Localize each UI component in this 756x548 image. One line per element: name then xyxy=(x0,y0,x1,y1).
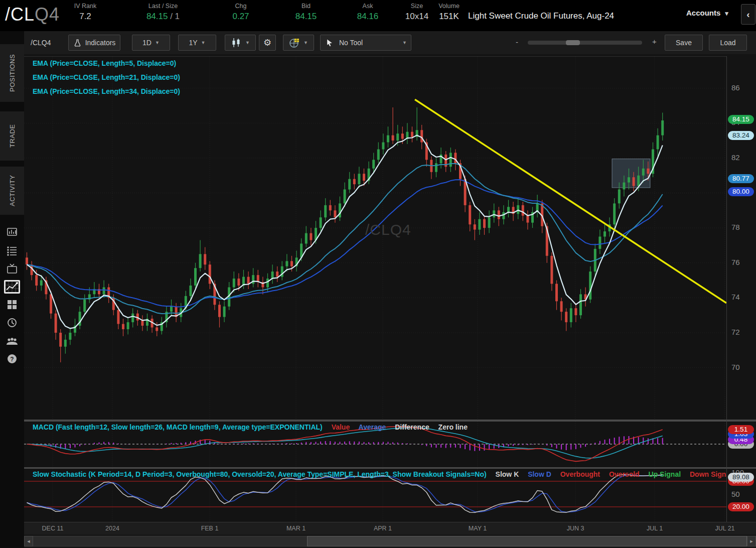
grid-icon[interactable] xyxy=(0,296,24,314)
trading-platform: /CLQ4 IV Rank 7.2 Last / Size 84.15 / 1 … xyxy=(0,0,756,548)
ema21-label[interactable]: EMA (Price=CLOSE, Length=21, Displace=0) xyxy=(33,73,180,87)
macd-value-label: Value xyxy=(332,423,350,431)
scroll-right-arrow-icon[interactable]: ▸ xyxy=(747,536,756,546)
stat-value: 0.27 xyxy=(232,12,249,21)
up-signal-label: Up Signal xyxy=(649,470,681,478)
sidebar-tab-trade[interactable]: TRADE xyxy=(0,111,24,161)
globe-grid-icon xyxy=(289,38,300,48)
macd-legend: MACD (Fast length=12, Slow length=26, MA… xyxy=(33,423,726,431)
time-axis[interactable]: DEC 112024FEB 1MAR 1APR 1MAY 1JUN 3JUL 1… xyxy=(24,522,756,534)
ema5-label[interactable]: EMA (Price=CLOSE, Length=5, Displace=0) xyxy=(33,59,180,73)
stat-label: Ask xyxy=(338,3,398,10)
main-price-panel[interactable]: EMA (Price=CLOSE, Length=5, Displace=0) … xyxy=(24,56,726,420)
overbought-label: Overbought xyxy=(560,470,600,478)
stat-value: 84.15 xyxy=(295,12,317,21)
tv-icon[interactable] xyxy=(0,259,24,278)
stat-ask: Ask 84.16 xyxy=(338,3,398,22)
left-sidebar: POSITIONS TRADE ACTIVITY xyxy=(0,31,24,548)
chart-area: /CLQ4 Indicators 1D▼ 1Y▼ ▼ ⚙ ▼ No xyxy=(24,31,756,548)
stat-value: 10x14 xyxy=(405,12,428,21)
watchlist-icon[interactable] xyxy=(0,241,24,259)
grid-layout-dropdown[interactable]: ▼ xyxy=(283,35,314,51)
stochastic-panel[interactable]: Slow Stochastic (K Period=14, D Period=3… xyxy=(24,469,726,522)
chevron-down-icon: ▼ xyxy=(201,40,206,45)
community-icon[interactable] xyxy=(0,332,24,350)
candlestick-chart-canvas[interactable] xyxy=(24,57,726,422)
chevron-down-icon: ▼ xyxy=(304,40,308,45)
slow-d-label: Slow D xyxy=(528,470,551,478)
active-tool-highlight xyxy=(4,280,20,294)
stochastic-legend: Slow Stochastic (K Period=14, D Period=3… xyxy=(33,470,726,478)
stat-value: 84.16 xyxy=(357,12,379,21)
indicators-button[interactable]: Indicators xyxy=(68,35,120,51)
accounts-menu[interactable]: Accounts▾ xyxy=(686,9,728,17)
contract-title: Light Sweet Crude Oil Futures, Aug-24 xyxy=(468,11,614,21)
gear-icon: ⚙ xyxy=(263,37,271,48)
range-dropdown[interactable]: 1Y▼ xyxy=(178,35,216,51)
scroll-left-arrow-icon[interactable]: ◂ xyxy=(24,536,33,546)
down-signal-label: Down Signal xyxy=(690,470,726,478)
macd-average-label: Average xyxy=(359,423,386,431)
load-button[interactable]: Load xyxy=(709,35,747,51)
stat-iv-rank: IV Rank 7.2 xyxy=(55,3,115,22)
stat-label: Bid xyxy=(276,3,336,10)
symbol-watermark: /CLQ4 xyxy=(365,221,411,238)
chart-toolbar: /CLQ4 Indicators 1D▼ 1Y▼ ▼ ⚙ ▼ No xyxy=(24,31,756,54)
macd-study-label[interactable]: MACD (Fast length=12, Slow length=26, MA… xyxy=(33,423,323,431)
save-button[interactable]: Save xyxy=(665,35,703,51)
oversold-label: Oversold xyxy=(609,470,640,478)
beaker-icon xyxy=(73,39,82,47)
macd-panel[interactable]: MACD (Fast length=12, Slow length=26, MA… xyxy=(24,422,726,467)
drawing-tool-dropdown[interactable]: No Tool ▼ xyxy=(320,35,411,51)
toolbar-symbol: /CLQ4 xyxy=(31,39,51,47)
chart-hscrollbar: ◂ ▸ xyxy=(24,534,756,548)
price-axis[interactable]: 86848280787674727084.1583.2480.7780.000.… xyxy=(726,56,756,522)
stat-value: 7.2 xyxy=(79,12,91,21)
symbol-root: /CL xyxy=(5,4,35,25)
ema-study-labels: EMA (Price=CLOSE, Length=5, Displace=0) … xyxy=(33,59,180,101)
ema34-label[interactable]: EMA (Price=CLOSE, Length=34, Displace=0) xyxy=(33,87,180,101)
help-icon[interactable]: ? xyxy=(0,350,24,368)
top-bar: /CLQ4 IV Rank 7.2 Last / Size 84.15 / 1 … xyxy=(0,0,756,31)
collapse-panel-button[interactable]: ‹ xyxy=(741,4,755,25)
chevron-down-icon: ▼ xyxy=(402,40,407,45)
chart-settings-button[interactable]: ⚙ xyxy=(259,35,276,51)
macd-zeroline-label: Zero line xyxy=(438,423,468,431)
chevron-down-icon: ▼ xyxy=(245,40,250,45)
zoom-slider[interactable] xyxy=(528,41,642,45)
symbol-display[interactable]: /CLQ4 xyxy=(5,4,60,25)
charts-icon[interactable] xyxy=(0,278,24,296)
candlestick-icon xyxy=(231,38,242,48)
zoom-slider-handle[interactable] xyxy=(566,40,580,45)
zoom-in-button[interactable]: + xyxy=(652,37,657,46)
chart-type-dropdown[interactable]: ▼ xyxy=(225,35,256,51)
tool-label: No Tool xyxy=(339,39,399,47)
stat-chg: Chg 0.27 xyxy=(211,3,271,22)
quote-board-icon[interactable] xyxy=(0,223,24,241)
stat-last-size: Last / Size 84.15 / 1 xyxy=(125,3,201,22)
chevron-down-icon: ▾ xyxy=(725,10,728,17)
stat-volume: Volume 151K xyxy=(429,3,469,22)
chevron-down-icon: ▼ xyxy=(155,40,160,45)
stochastic-study-label[interactable]: Slow Stochastic (K Period=14, D Period=3… xyxy=(33,470,487,478)
zoom-out-button[interactable]: - xyxy=(516,38,518,46)
accounts-label: Accounts xyxy=(686,9,720,17)
timeframe-dropdown[interactable]: 1D▼ xyxy=(132,35,170,51)
slow-k-label: Slow K xyxy=(496,470,519,478)
sidebar-tab-activity[interactable]: ACTIVITY xyxy=(0,167,24,215)
stat-bid: Bid 84.15 xyxy=(276,3,336,22)
history-icon[interactable] xyxy=(0,314,24,332)
chevron-left-icon: ‹ xyxy=(746,9,749,20)
svg-text:?: ? xyxy=(10,356,14,363)
stat-label: Volume xyxy=(429,3,469,10)
stat-label: Chg xyxy=(211,3,271,10)
stat-label: Last / Size xyxy=(125,3,201,10)
stat-label: IV Rank xyxy=(55,3,115,10)
stat-value: 84.15 xyxy=(146,12,168,21)
sidebar-tab-positions[interactable]: POSITIONS xyxy=(0,44,24,102)
stat-value: 151K xyxy=(439,12,459,21)
macd-difference-label: Difference xyxy=(395,423,429,431)
scrollbar-thumb[interactable] xyxy=(307,536,747,546)
cursor-icon xyxy=(326,38,334,47)
sidebar-icon-rail: ? xyxy=(0,223,24,368)
